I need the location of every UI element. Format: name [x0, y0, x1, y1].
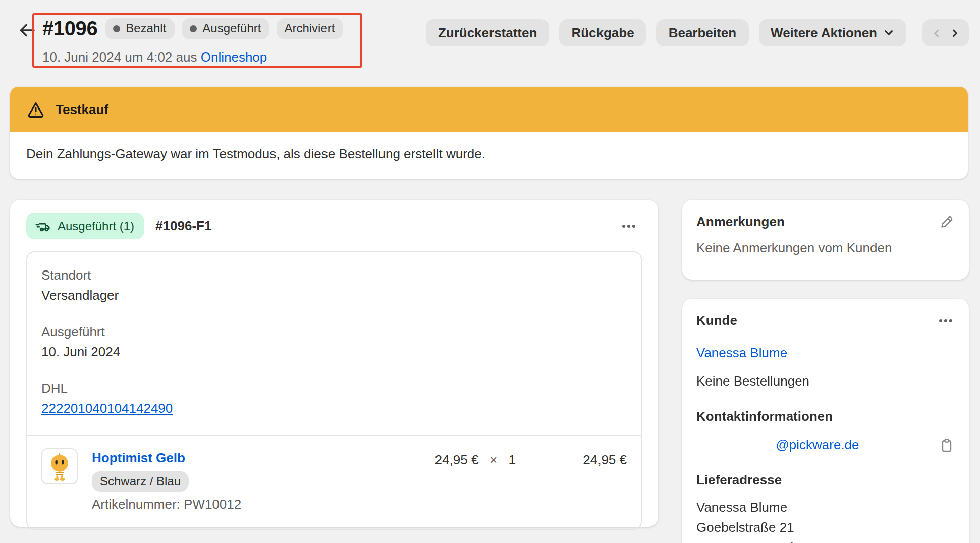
test-order-banner: Testkauf Dein Zahlungs-Gateway war im Te… — [10, 87, 968, 179]
edit-notes-button[interactable] — [939, 214, 955, 230]
tracking-number-link[interactable]: 222201040104142490 — [41, 401, 173, 416]
channel-link[interactable]: Onlineshop — [201, 49, 267, 65]
address-line: Vanessa Blume — [696, 498, 955, 518]
status-badge-fulfilled: Ausgeführt — [181, 18, 269, 39]
customer-title: Kunde — [696, 311, 737, 331]
warning-triangle-icon — [26, 100, 45, 119]
status-badge-paid: Bezahlt — [104, 18, 174, 39]
order-detail-page: #1096 Bezahlt Ausgeführt Archiviert 10. … — [0, 0, 980, 543]
edit-button[interactable]: Bearbeiten — [657, 19, 748, 46]
banner-header: Testkauf — [10, 87, 968, 132]
quantity: 1 — [509, 450, 516, 470]
banner-title: Testkauf — [56, 99, 108, 120]
fulfilled-status-badge: Ausgeführt (1) — [26, 213, 144, 239]
fulfillment-card: Ausgeführt (1) #1096-F1 Standort Versand… — [10, 200, 658, 527]
more-actions-button[interactable]: Weitere Aktionen — [758, 19, 906, 46]
contact-info-title: Kontaktinformationen — [696, 407, 955, 427]
order-header: #1096 Bezahlt Ausgeführt Archiviert 10. … — [42, 15, 343, 68]
back-button[interactable] — [15, 18, 39, 42]
price-quantity: 24,95 € × 1 — [435, 450, 516, 470]
notes-empty-text: Keine Anmerkungen vom Kunden — [696, 238, 955, 258]
customer-email-link[interactable]: @pickware.de — [696, 435, 939, 455]
customer-name-link[interactable]: Vanessa Blume — [696, 343, 787, 363]
contact-email-row: @pickware.de — [696, 435, 955, 455]
arrow-left-icon — [17, 20, 37, 40]
fulfilled-date: 10. Juni 2024 — [41, 342, 627, 362]
multiply-sign: × — [489, 450, 497, 470]
shipping-address: Vanessa Blume Goebelstraße 21 64293 Darm… — [696, 498, 955, 543]
hoptimist-figure-image — [44, 451, 75, 481]
location-group: Standort Versandlager — [41, 265, 627, 306]
chevron-left-icon — [930, 19, 944, 46]
line-item-row: Hoptimist Gelb Schwarz / Blau Artikelnum… — [27, 436, 641, 529]
variant-badge: Schwarz / Blau — [92, 471, 189, 492]
carrier-label: DHL — [41, 378, 627, 399]
horizontal-dots-icon — [937, 312, 955, 330]
notes-title: Anmerkungen — [696, 212, 785, 232]
address-line: 64293 Darmstadt — [696, 538, 955, 543]
banner-body: Dein Zahlungs-Gateway war im Testmodus, … — [10, 132, 968, 179]
product-sku: Artikelnummer: PW10012 — [92, 495, 421, 515]
customer-card: Kunde Vanessa Blume Keine Bestellungen K… — [682, 299, 969, 543]
line-total: 24,95 € — [530, 450, 627, 470]
refund-button[interactable]: Zurückerstatten — [426, 19, 550, 46]
order-pagination — [922, 19, 969, 46]
product-title-link[interactable]: Hoptimist Gelb — [92, 448, 185, 468]
fulfilled-label: Ausgeführt — [41, 322, 627, 342]
shipping-address-title: Lieferadresse — [696, 470, 955, 491]
header-action-bar: Zurückerstatten Rückgabe Bearbeiten Weit… — [426, 19, 969, 46]
delivery-truck-icon — [34, 218, 51, 235]
product-thumbnail — [41, 448, 78, 484]
order-date-line: 10. Juni 2024 um 4:02 aus Onlineshop — [42, 47, 343, 68]
customer-menu-button[interactable] — [937, 312, 955, 330]
copy-email-button[interactable] — [939, 437, 955, 453]
status-badge-archived: Archiviert — [276, 18, 343, 39]
fulfillment-menu-button[interactable] — [616, 215, 642, 237]
notes-card: Anmerkungen Keine Anmerkungen vom Kunden — [682, 200, 969, 280]
tracking-group: DHL 222201040104142490 — [41, 378, 627, 419]
chevron-down-icon — [883, 27, 894, 38]
badge-dot — [189, 25, 196, 32]
pencil-icon — [939, 214, 955, 230]
fulfillment-id: #1096-F1 — [155, 216, 211, 236]
clipboard-icon — [939, 437, 955, 453]
page-title: #1096 — [42, 18, 97, 38]
badge-dot — [113, 25, 120, 32]
chevron-right-icon[interactable] — [948, 19, 962, 46]
address-line: Goebelstraße 21 — [696, 518, 955, 538]
horizontal-dots-icon — [620, 217, 638, 235]
unit-price: 24,95 € — [435, 450, 479, 470]
location-label: Standort — [41, 265, 627, 286]
customer-orders-text: Keine Bestellungen — [696, 371, 955, 392]
location-value: Versandlager — [41, 286, 627, 306]
fulfillment-details-box: Standort Versandlager Ausgeführt 10. Jun… — [26, 251, 642, 530]
return-button[interactable]: Rückgabe — [559, 19, 646, 46]
fulfilled-group: Ausgeführt 10. Juni 2024 — [41, 322, 627, 362]
